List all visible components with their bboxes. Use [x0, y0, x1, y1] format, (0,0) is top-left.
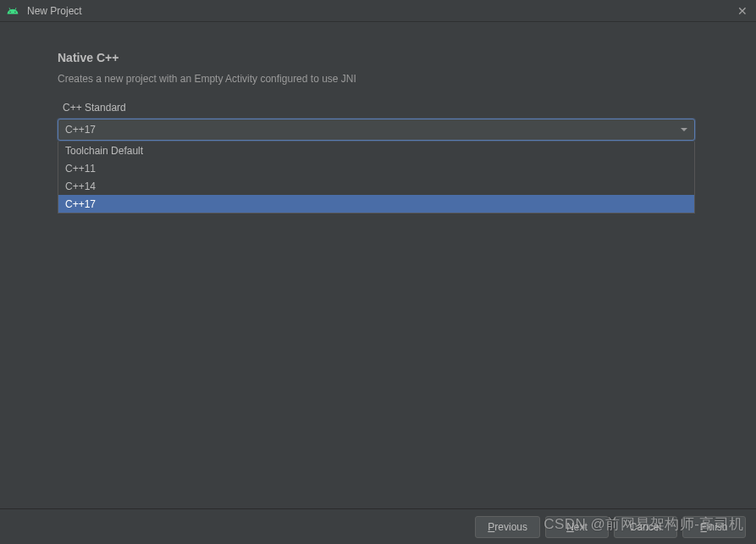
dropdown-option-toolchain-default[interactable]: Toolchain Default — [58, 142, 694, 159]
dropdown-option-cpp14[interactable]: C++14 — [58, 177, 694, 195]
android-icon — [7, 5, 19, 17]
cpp-standard-dropdown[interactable]: C++17 — [58, 119, 695, 141]
title-bar: New Project ✕ — [0, 0, 756, 22]
page-title: Native C++ — [58, 51, 698, 64]
dropdown-option-cpp17[interactable]: C++17 — [58, 195, 694, 213]
cancel-button[interactable]: Cancel — [614, 516, 677, 538]
close-icon[interactable]: ✕ — [736, 4, 749, 18]
dropdown-option-cpp11[interactable]: C++11 — [58, 159, 694, 177]
next-button[interactable]: Next — [545, 516, 609, 538]
page-description: Creates a new project with an Empty Acti… — [58, 73, 698, 85]
dropdown-list: Toolchain Default C++11 C++14 C++17 — [58, 142, 695, 214]
window-title: New Project — [27, 5, 82, 17]
cpp-standard-label: C++ Standard — [63, 102, 698, 114]
finish-button[interactable]: Finish — [682, 516, 746, 538]
dropdown-selected-value: C++17 — [65, 124, 96, 136]
previous-button[interactable]: Previous — [475, 516, 540, 538]
content-area: Native C++ Creates a new project with an… — [0, 22, 756, 141]
chevron-down-icon — [681, 128, 687, 131]
footer-button-bar: Previous Next Cancel Finish — [0, 508, 756, 544]
